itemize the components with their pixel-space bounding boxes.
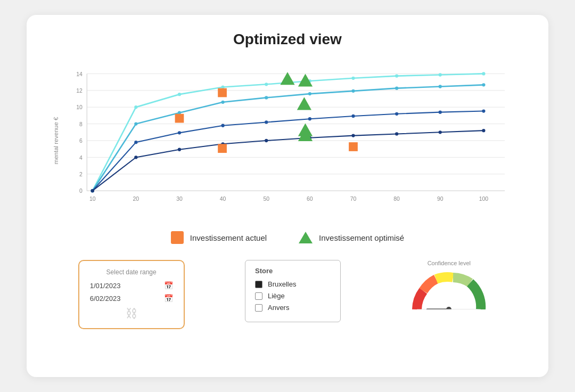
svg-point-64	[351, 134, 355, 137]
legend-optimized: Investissement optimisé	[299, 232, 404, 243]
orange-square-2	[175, 114, 184, 123]
svg-point-29	[134, 105, 137, 109]
checkbox-bruxelles[interactable]	[255, 281, 262, 288]
svg-text:10: 10	[89, 196, 96, 202]
svg-point-39	[134, 122, 137, 125]
current-investment-icon	[171, 231, 184, 244]
store-item-bruxelles[interactable]: Bruxelles	[255, 280, 331, 288]
svg-text:14: 14	[76, 71, 83, 77]
calendar-icon-start[interactable]: 📅	[164, 281, 173, 290]
svg-point-56	[439, 110, 442, 113]
svg-point-58	[91, 189, 94, 192]
date-range-title: Select date range	[90, 268, 173, 276]
svg-point-67	[482, 129, 485, 132]
svg-text:4: 4	[79, 155, 83, 161]
svg-text:60: 60	[307, 196, 313, 202]
svg-point-51	[221, 124, 224, 127]
current-investment-label: Investissement actuel	[190, 233, 267, 242]
checkbox-anvers[interactable]	[255, 304, 262, 312]
svg-point-35	[395, 74, 398, 77]
svg-point-32	[265, 83, 268, 86]
gauge-container	[412, 270, 486, 309]
svg-text:40: 40	[220, 196, 226, 202]
svg-text:10: 10	[76, 104, 83, 110]
green-triangle-1	[280, 72, 294, 85]
date-start-row[interactable]: 1/01/2023 📅	[90, 281, 173, 290]
svg-point-78	[446, 307, 451, 309]
page-title: Optimized view	[48, 31, 527, 48]
store-label-anvers: Anvers	[268, 304, 289, 312]
svg-point-53	[308, 117, 311, 120]
svg-text:12: 12	[76, 88, 83, 94]
confidence-widget: Confidence level	[401, 260, 497, 309]
calendar-icon-end[interactable]: 📅	[164, 294, 173, 303]
optimized-investment-icon	[299, 232, 313, 243]
svg-point-54	[351, 115, 355, 118]
svg-point-34	[351, 77, 355, 80]
svg-point-36	[439, 73, 442, 76]
svg-point-42	[265, 96, 268, 99]
green-triangle-3	[297, 97, 311, 110]
svg-text:20: 20	[133, 196, 139, 202]
svg-line-77	[428, 306, 449, 309]
date-range-widget[interactable]: Select date range 1/01/2023 📅 6/02/2023 …	[78, 260, 185, 329]
svg-point-41	[221, 101, 224, 104]
svg-text:100: 100	[479, 196, 489, 202]
chart-area: mental revenue € 0 2 4 6 8 10 12 14 1	[48, 61, 527, 220]
svg-point-57	[482, 109, 485, 112]
main-card: Optimized view mental revenue € 0 2 4 6 …	[27, 15, 548, 377]
confidence-title: Confidence level	[428, 260, 471, 266]
store-label-bruxelles: Bruxelles	[268, 280, 296, 288]
gauge-svg	[412, 270, 486, 309]
svg-point-52	[265, 120, 268, 124]
orange-square-4	[349, 142, 358, 151]
checkbox-liege[interactable]	[255, 292, 262, 300]
svg-point-37	[482, 72, 485, 75]
optimized-investment-label: Investissement optimisé	[319, 233, 404, 242]
store-widget: Store Bruxelles Liège Anvers	[245, 260, 341, 322]
legend-current: Investissement actuel	[171, 231, 267, 244]
y-axis-label: mental revenue €	[53, 117, 59, 164]
svg-point-60	[178, 148, 181, 151]
svg-point-50	[178, 131, 181, 134]
svg-point-30	[178, 93, 181, 96]
svg-point-46	[439, 85, 442, 88]
date-end-value: 6/02/2023	[90, 295, 121, 303]
svg-point-49	[134, 141, 137, 144]
svg-text:6: 6	[79, 138, 83, 144]
svg-text:30: 30	[176, 196, 183, 202]
svg-point-45	[395, 86, 398, 89]
svg-text:70: 70	[350, 196, 357, 202]
svg-text:0: 0	[79, 188, 83, 194]
connect-icon: ⛓	[90, 307, 173, 321]
rings-icon: ⛓	[126, 307, 137, 321]
svg-point-43	[308, 92, 311, 95]
chart-svg: mental revenue € 0 2 4 6 8 10 12 14 1	[48, 61, 527, 220]
svg-point-44	[351, 89, 355, 93]
svg-text:8: 8	[79, 121, 83, 127]
svg-point-55	[395, 112, 398, 116]
date-end-row[interactable]: 6/02/2023 📅	[90, 294, 173, 303]
svg-text:50: 50	[263, 196, 269, 202]
store-title: Store	[255, 267, 331, 275]
orange-square-1	[218, 88, 227, 97]
investment-legend: Investissement actuel Investissement opt…	[48, 231, 527, 244]
date-start-value: 1/01/2023	[90, 282, 121, 290]
svg-point-62	[265, 139, 268, 142]
svg-point-66	[439, 130, 442, 134]
orange-square-3	[218, 144, 227, 153]
svg-text:2: 2	[79, 172, 83, 177]
store-label-liege: Liège	[268, 292, 285, 300]
store-item-anvers[interactable]: Anvers	[255, 304, 331, 312]
bottom-widgets: Select date range 1/01/2023 📅 6/02/2023 …	[48, 260, 527, 329]
svg-point-47	[482, 83, 485, 86]
svg-text:80: 80	[393, 196, 400, 202]
svg-text:90: 90	[437, 196, 443, 202]
store-item-liege[interactable]: Liège	[255, 292, 331, 300]
svg-point-59	[134, 156, 137, 159]
svg-point-65	[395, 132, 398, 135]
